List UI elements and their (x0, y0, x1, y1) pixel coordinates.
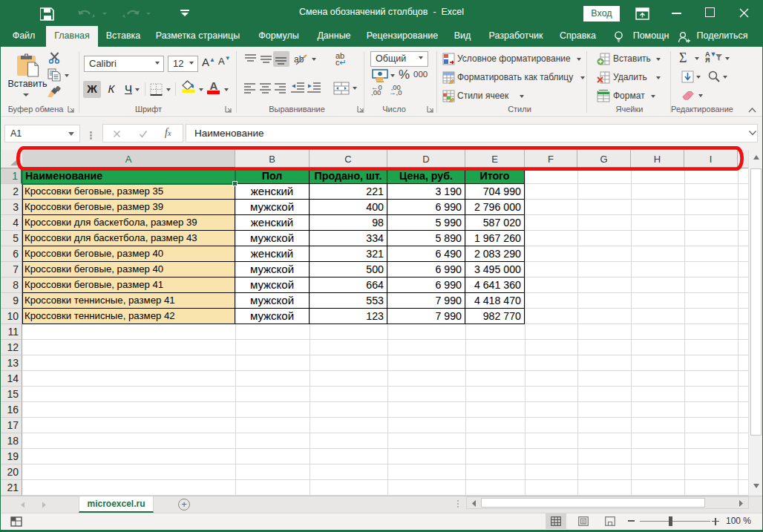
svg-text:ab: ab (294, 54, 304, 65)
